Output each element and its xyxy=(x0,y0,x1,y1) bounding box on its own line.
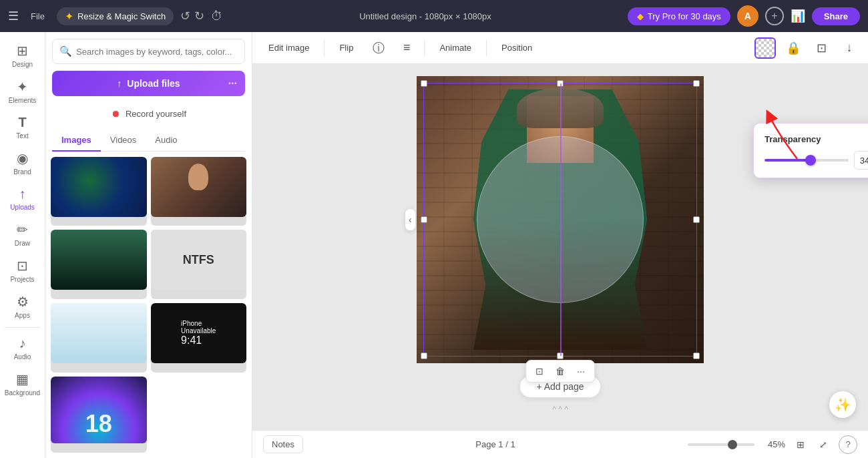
avatar[interactable]: A xyxy=(737,5,758,27)
sidebar-item-projects[interactable]: ⊡ Projects xyxy=(0,252,45,288)
handle-middle-right[interactable] xyxy=(693,216,700,223)
transparency-value[interactable]: 34 xyxy=(854,151,868,170)
file-menu[interactable]: File xyxy=(25,9,50,24)
transparency-popup: Transparency 34 xyxy=(753,123,868,178)
sidebar-item-label-background: Background xyxy=(5,389,40,397)
undo-icon[interactable]: ↺ xyxy=(180,9,190,23)
download-button[interactable]: ↓ xyxy=(839,37,860,59)
brand-icon: ◉ xyxy=(17,150,28,166)
magic-assist-button[interactable]: ✨ xyxy=(829,391,856,418)
document-title: Untitled design - 1080px × 1080px xyxy=(231,11,620,21)
canvas-area: Edit image Flip ⓘ ≡ Animate Position xyxy=(252,32,868,458)
upload-files-button[interactable]: ↑ Upload files ··· xyxy=(52,71,245,96)
sidebar-item-label-uploads: Uploads xyxy=(10,204,35,211)
sidebar-item-brand[interactable]: ◉ Brand xyxy=(0,145,45,181)
position-button[interactable]: Position xyxy=(493,39,540,56)
background-icon: ▦ xyxy=(16,371,29,387)
search-icon: 🔍 xyxy=(59,45,72,57)
sidebar-item-label-audio: Audio xyxy=(14,353,31,361)
list-item[interactable] xyxy=(51,157,147,226)
info-button[interactable]: ⓘ xyxy=(368,37,389,59)
magic-switch-label: Resize & Magic Switch xyxy=(77,11,166,21)
sidebar-item-draw[interactable]: ✏ Draw xyxy=(0,216,45,252)
tab-images[interactable]: Images xyxy=(52,130,101,152)
more-options-button[interactable]: ≡ xyxy=(396,37,417,59)
handle-top-right[interactable] xyxy=(693,80,700,87)
handle-bottom-right[interactable] xyxy=(693,353,700,359)
undo-redo-group: ↺ ↻ xyxy=(180,9,204,23)
topbar-left: ☰ File ✦ Resize & Magic Switch ↺ ↻ ⏱ xyxy=(8,7,223,25)
sidebar-item-elements[interactable]: ✦ Elements xyxy=(0,73,45,109)
topbar-right: ◆ Try Pro for 30 days A + 📊 Share xyxy=(628,5,860,27)
copy-button[interactable]: ⊡ xyxy=(811,37,832,59)
magic-switch-button[interactable]: ✦ Resize & Magic Switch xyxy=(57,7,174,25)
sidebar-item-label-elements: Elements xyxy=(9,97,37,104)
tab-audio[interactable]: Audio xyxy=(146,130,186,152)
list-item[interactable]: 18 xyxy=(51,377,147,453)
transparency-slider[interactable] xyxy=(765,159,849,162)
magic-star-icon: ✦ xyxy=(65,10,73,23)
sidebar-item-audio[interactable]: ♪ Audio xyxy=(0,330,45,366)
draw-icon: ✏ xyxy=(17,222,28,238)
handle-middle-left[interactable] xyxy=(421,216,427,223)
mini-copy-button[interactable]: ⊡ xyxy=(531,363,548,379)
flip-button[interactable]: Flip xyxy=(331,39,361,56)
images-grid: NTFS iPhoneUnavailable9:41 18 xyxy=(45,152,252,459)
add-account-button[interactable]: + xyxy=(765,7,784,25)
help-button[interactable]: ? xyxy=(839,435,857,454)
uploads-icon: ↑ xyxy=(19,186,26,202)
zoom-thumb[interactable] xyxy=(728,440,737,449)
list-item[interactable] xyxy=(151,157,247,226)
mini-more-button[interactable]: ··· xyxy=(573,363,589,379)
try-pro-button[interactable]: ◆ Try Pro for 30 days xyxy=(628,7,730,25)
search-input[interactable] xyxy=(76,47,238,57)
try-pro-label: Try Pro for 30 days xyxy=(648,11,721,21)
canvas-frame[interactable]: ↻ ⊡ 🗑 ··· ‹ xyxy=(417,76,704,363)
sidebar-item-uploads[interactable]: ↑ Uploads xyxy=(0,181,45,216)
mini-delete-button[interactable]: 🗑 xyxy=(552,363,569,379)
list-item[interactable] xyxy=(51,303,147,373)
page-info-text: Page 1 / 1 xyxy=(475,439,515,449)
record-yourself-button[interactable]: ⏺ Record yourself xyxy=(45,101,252,126)
record-label: Record yourself xyxy=(126,109,186,119)
hide-panel-button[interactable]: ‹ xyxy=(405,208,416,231)
more-options-icon: ≡ xyxy=(403,41,411,55)
animate-button[interactable]: Animate xyxy=(431,39,479,56)
analytics-icon[interactable]: 📊 xyxy=(791,9,805,23)
zoom-slider[interactable] xyxy=(688,443,754,446)
timer-icon[interactable]: ⏱ xyxy=(211,9,223,23)
sidebar-item-label-text: Text xyxy=(16,132,28,140)
transparency-slider-row: 34 xyxy=(765,151,868,170)
show-pages-button[interactable]: ^ ^ ^ xyxy=(548,401,572,418)
edit-image-label: Edit image xyxy=(268,43,309,53)
transparency-slider-thumb[interactable] xyxy=(805,155,816,166)
handle-top-left[interactable] xyxy=(421,80,427,87)
list-item[interactable] xyxy=(51,230,147,299)
redo-icon[interactable]: ↻ xyxy=(194,9,204,23)
edit-image-button[interactable]: Edit image xyxy=(260,39,317,56)
sidebar-item-apps[interactable]: ⚙ Apps xyxy=(0,288,45,324)
tab-videos[interactable]: Videos xyxy=(101,130,146,152)
list-item[interactable]: NTFS xyxy=(151,230,247,299)
sidebar-item-background[interactable]: ▦ Background xyxy=(0,366,45,402)
expand-view-button[interactable]: ⤢ xyxy=(813,436,833,453)
flip-label: Flip xyxy=(339,43,353,53)
upload-more-icon[interactable]: ··· xyxy=(228,77,237,89)
info-icon: ⓘ xyxy=(373,40,385,56)
grid-view-button[interactable]: ⊞ xyxy=(791,436,811,453)
canvas-workspace[interactable]: Transparency 34 xyxy=(252,64,868,430)
projects-icon: ⊡ xyxy=(17,258,28,274)
sidebar-item-text[interactable]: T Text xyxy=(0,109,45,145)
sidebar-item-design[interactable]: ⊞ Design xyxy=(0,37,45,73)
share-button[interactable]: Share xyxy=(812,7,860,25)
lock-button[interactable]: 🔒 xyxy=(783,37,804,59)
transparency-button[interactable] xyxy=(754,37,776,59)
list-item[interactable]: iPhoneUnavailable9:41 xyxy=(151,303,247,373)
sidebar-item-label-brand: Brand xyxy=(13,168,31,176)
handle-bottom-left[interactable] xyxy=(421,353,427,359)
media-tabs: Images Videos Audio xyxy=(52,130,245,152)
sidebar-divider xyxy=(5,327,41,328)
add-page-label: + Add page xyxy=(536,381,584,392)
menu-icon[interactable]: ☰ xyxy=(8,9,19,23)
notes-button[interactable]: Notes xyxy=(263,435,303,453)
